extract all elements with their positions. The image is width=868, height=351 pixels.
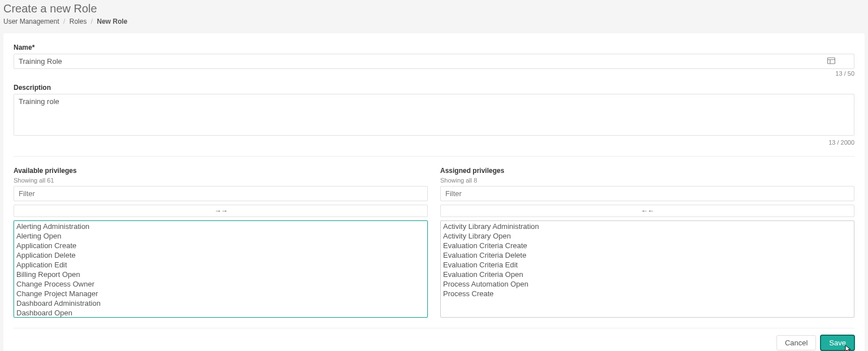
list-item[interactable]: Application Create	[15, 241, 426, 250]
list-item[interactable]: Alerting Administration	[15, 222, 426, 231]
description-label: Description	[14, 84, 854, 92]
save-button-label: Save	[829, 339, 846, 347]
list-item[interactable]: Application Edit	[15, 260, 426, 270]
assigned-listbox[interactable]: Activity Library AdministrationActivity …	[440, 220, 854, 318]
assigned-showing: Showing all 8	[440, 177, 854, 184]
available-label: Available privileges	[14, 167, 428, 175]
name-label: Name*	[14, 44, 854, 51]
available-listbox[interactable]: Alerting AdministrationAlerting OpenAppl…	[14, 220, 428, 318]
list-item[interactable]: Activity Library Open	[442, 231, 853, 241]
list-item[interactable]: Evaluation Criteria Delete	[442, 250, 853, 260]
list-item[interactable]: Activity Library Administration	[442, 222, 853, 231]
page-title: Create a new Role	[3, 2, 865, 15]
name-counter: 13 / 50	[14, 70, 854, 77]
list-item[interactable]: Dashboard Open	[15, 308, 426, 318]
available-showing: Showing all 61	[14, 177, 428, 184]
list-item[interactable]: Process Create	[442, 289, 853, 298]
breadcrumb: User Management / Roles / New Role	[3, 18, 865, 25]
list-item[interactable]: Change Project Manager	[15, 289, 426, 298]
list-item[interactable]: Application Delete	[15, 250, 426, 260]
available-filter-input[interactable]	[14, 186, 428, 201]
description-counter: 13 / 2000	[14, 139, 854, 146]
form-card: Name* 13 / 50 Description Training role …	[3, 33, 865, 351]
name-input[interactable]	[14, 54, 854, 69]
list-item[interactable]: Process Automation Open	[442, 279, 853, 289]
list-item[interactable]: Change Process Owner	[15, 279, 426, 289]
divider	[14, 156, 854, 157]
breadcrumb-sep: /	[63, 18, 65, 25]
list-item[interactable]: Evaluation Criteria Open	[442, 270, 853, 279]
list-item[interactable]: Evaluation Criteria Create	[442, 241, 853, 250]
description-input[interactable]: Training role	[14, 94, 854, 136]
divider	[14, 328, 854, 328]
list-item[interactable]: Dashboard Administration	[15, 298, 426, 308]
list-item[interactable]: Billing Report Open	[15, 270, 426, 279]
assigned-privileges-panel: Assigned privileges Showing all 8 ← ← Ac…	[440, 167, 854, 318]
list-item[interactable]: Alerting Open	[15, 231, 426, 241]
breadcrumb-l1[interactable]: User Management	[3, 18, 59, 25]
breadcrumb-l3: New Role	[97, 18, 127, 25]
assigned-label: Assigned privileges	[440, 167, 854, 175]
list-item[interactable]: Evaluation Criteria Edit	[442, 260, 853, 270]
assigned-filter-input[interactable]	[440, 186, 854, 201]
cancel-button[interactable]: Cancel	[776, 335, 816, 350]
available-privileges-panel: Available privileges Showing all 61 → → …	[14, 167, 428, 318]
move-right-button[interactable]: → →	[14, 205, 428, 217]
breadcrumb-sep: /	[91, 18, 93, 25]
move-left-button[interactable]: ← ←	[440, 205, 854, 217]
save-button[interactable]: Save	[821, 335, 854, 350]
breadcrumb-l2[interactable]: Roles	[70, 18, 87, 25]
